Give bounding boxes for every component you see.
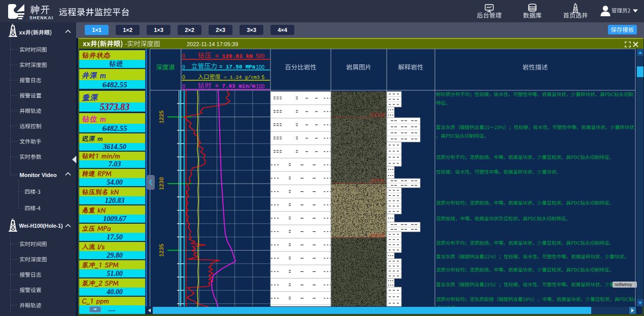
svg-text:2022-11-14 17:05:39: 2022-11-14 17:05:39 xyxy=(187,41,238,47)
svg-text:1225: 1225 xyxy=(158,110,164,123)
svg-text:3×3: 3×3 xyxy=(247,27,256,33)
svg-text:7.03: 7.03 xyxy=(109,160,121,168)
svg-text:0: 0 xyxy=(182,64,185,70)
svg-text:1230: 1230 xyxy=(158,177,164,190)
svg-text:5: 5 xyxy=(261,75,264,80)
svg-text:17.50: 17.50 xyxy=(107,233,123,241)
svg-text:40.00: 40.00 xyxy=(106,288,123,296)
svg-text:1234.02: 1234.02 xyxy=(370,233,385,237)
svg-text:1009.67: 1009.67 xyxy=(103,215,127,223)
svg-text:100: 100 xyxy=(256,84,264,89)
svg-text:6482.55: 6482.55 xyxy=(103,81,127,89)
svg-text:1235: 1235 xyxy=(158,243,164,257)
svg-text:SHENKAI: SHENKAI xyxy=(29,15,53,20)
svg-text:= 1.24 g/cm3: = 1.24 g/cm3 xyxy=(224,75,260,80)
svg-text:100: 100 xyxy=(256,64,264,70)
svg-text:0: 0 xyxy=(182,75,185,80)
svg-text:500: 500 xyxy=(256,53,264,59)
svg-text:2×3: 2×3 xyxy=(216,27,225,33)
svg-text:2×2: 2×2 xyxy=(185,27,194,33)
svg-text:54.00: 54.00 xyxy=(107,179,123,186)
svg-text:120.83: 120.83 xyxy=(105,197,125,204)
svg-text:6482.55: 6482.55 xyxy=(103,124,127,132)
svg-text:1×1: 1×1 xyxy=(92,27,101,33)
svg-text:Wei-H100(Hole-1): Wei-H100(Hole-1) xyxy=(19,223,63,229)
svg-text:Monitor Video: Monitor Video xyxy=(20,172,57,178)
svg-text:= 17.50 MPa: = 17.50 MPa xyxy=(219,64,256,70)
svg-text:0: 0 xyxy=(182,53,185,59)
svg-text:= 7.03 min/m: = 7.03 min/m xyxy=(215,83,256,89)
svg-text:1224.98: 1224.98 xyxy=(370,112,385,117)
svg-text:1×3: 1×3 xyxy=(154,27,163,33)
svg-text:5373.83: 5373.83 xyxy=(100,102,130,112)
svg-text:1×2: 1×2 xyxy=(123,27,132,33)
svg-text:---: --- xyxy=(108,306,115,314)
svg-text:0: 0 xyxy=(182,84,185,89)
svg-text:3614.50: 3614.50 xyxy=(103,143,126,151)
svg-text:51.00: 51.00 xyxy=(107,270,123,277)
svg-text:1229.97: 1229.97 xyxy=(370,178,385,183)
svg-text:29.80: 29.80 xyxy=(106,252,123,259)
svg-text:4×4: 4×4 xyxy=(278,27,288,33)
svg-text:= 120.83 kN: = 120.83 kN xyxy=(215,53,253,59)
svg-text:retfwtrey: retfwtrey xyxy=(615,282,632,287)
